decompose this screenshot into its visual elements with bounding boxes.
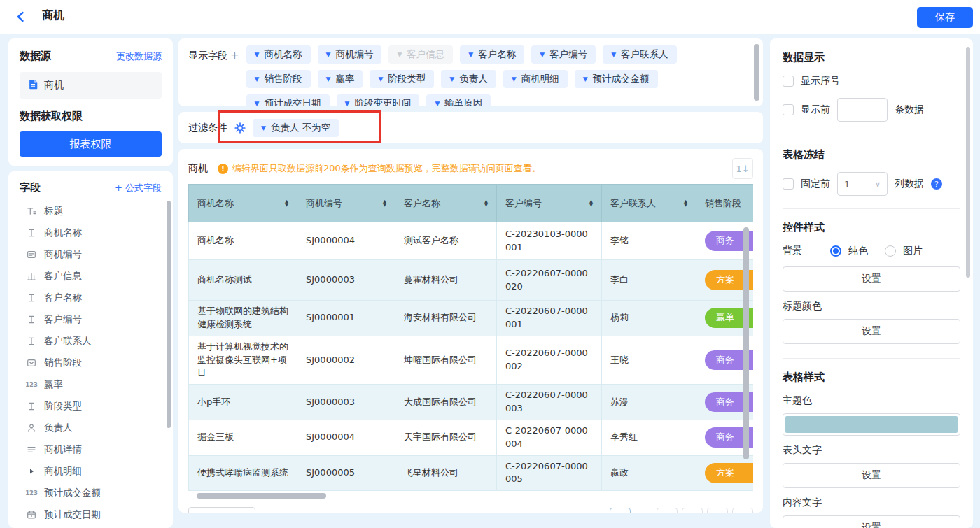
sort-order-button[interactable]: 1↓ <box>732 158 753 179</box>
display-field-chip[interactable]: ▼客户联系人 <box>603 45 676 64</box>
theme-color-picker[interactable] <box>783 413 960 436</box>
freeze-checkbox[interactable] <box>783 178 794 190</box>
header-text-set-button[interactable]: 设置 <box>783 463 960 488</box>
fix-first-label: 固定前 <box>801 178 830 190</box>
preview-panel: 商机 ! 编辑界面只取数据源前200条作为查询数据预览，完整数据请访问页面查看。… <box>178 149 763 513</box>
datasource-item[interactable]: 商机 <box>20 72 162 99</box>
field-label: 客户名称 <box>44 292 82 304</box>
permission-title: 数据获取权限 <box>20 110 162 123</box>
text-icon <box>25 315 38 324</box>
field-list-item[interactable]: 预计成交日期 <box>20 504 166 525</box>
display-field-chip[interactable]: ▼预计成交日期 <box>246 94 330 106</box>
field-list-item[interactable]: 阶段类型 <box>20 395 166 417</box>
fields-panel: 字段 + 公式字段 标题商机名称商机编号客户信息客户名称客户编号客户联系人销售阶… <box>8 171 173 528</box>
field-list-item[interactable]: 销售阶段 <box>20 352 166 373</box>
chip-label: 商机编号 <box>335 48 373 61</box>
chip-label: 商机名称 <box>265 48 302 61</box>
display-field-chip[interactable]: ▼阶段类型 <box>370 70 434 88</box>
image-radio[interactable] <box>885 245 896 257</box>
gear-icon[interactable] <box>234 122 246 134</box>
field-list-item[interactable]: 客户编号 <box>20 308 166 330</box>
field-list-item[interactable]: 商机名称 <box>20 222 166 243</box>
current-page-input[interactable]: 1 <box>610 508 631 513</box>
last-page-button[interactable]: » <box>732 508 753 513</box>
help-icon[interactable]: ? <box>931 178 942 190</box>
freeze-columns-value: 1 <box>844 179 850 190</box>
column-sort-icon[interactable]: ▲▼ <box>589 200 593 207</box>
chevron-down-icon: ▼ <box>583 76 588 83</box>
table-row: 便携式哮喘病监测系统SJ0000005飞星材料公司C-20220607-0000… <box>189 455 754 491</box>
first-page-button[interactable]: « <box>657 508 678 513</box>
display-field-chip[interactable]: ▼预计成交金额 <box>575 70 658 88</box>
table-horizontal-scrollbar[interactable] <box>197 493 326 499</box>
display-field-chip[interactable]: ▼输单原因 <box>426 94 491 106</box>
field-list-item[interactable]: 123预计成交金额 <box>20 482 166 504</box>
field-list-item[interactable]: 标题 <box>20 200 166 222</box>
column-header-label: 客户名称 <box>404 197 440 210</box>
page-title[interactable]: 商机 <box>41 7 69 27</box>
display-field-chip[interactable]: ▼商机编号 <box>318 45 382 64</box>
field-label: 商机明细 <box>44 465 82 478</box>
column-sort-icon[interactable]: ▲▼ <box>684 200 687 207</box>
display-field-chip[interactable]: ▼负责人 <box>441 70 496 88</box>
field-label: 赢率 <box>44 378 63 391</box>
field-list-item[interactable]: 商机详情 <box>20 438 166 460</box>
field-list-item[interactable]: 123赢率 <box>20 373 166 395</box>
display-field-chip[interactable]: ▼销售阶段 <box>246 70 311 88</box>
display-field-chip[interactable]: ▼客户信息 <box>388 45 453 64</box>
total-count: 共8条 <box>264 512 288 513</box>
fields-scrollbar[interactable] <box>167 201 171 428</box>
column-sort-icon[interactable]: ▲▼ <box>285 200 288 207</box>
back-icon[interactable] <box>11 7 31 27</box>
background-set-button[interactable]: 设置 <box>783 266 960 292</box>
display-fields-scrollbar[interactable] <box>754 44 760 101</box>
display-field-chip[interactable]: ▼赢率 <box>318 70 363 88</box>
field-list-item[interactable]: 商机编号 <box>20 243 166 265</box>
preview-title: 商机 <box>188 162 208 175</box>
title-color-set-button[interactable]: 设置 <box>783 319 960 344</box>
chip-label: 商机明细 <box>522 73 559 85</box>
display-field-chip[interactable]: ▼客户编号 <box>531 45 596 64</box>
table-cell: SJ0000002 <box>298 336 396 385</box>
field-list-item[interactable]: 负责人 <box>20 417 166 438</box>
row-limit-input[interactable] <box>837 98 888 122</box>
report-permission-button[interactable]: 报表权限 <box>20 131 162 157</box>
filter-condition-chip[interactable]: ▼ 负责人 不为空 <box>253 119 339 137</box>
save-button[interactable]: 保存 <box>917 7 973 28</box>
table-cell: 王晓 <box>602 336 696 385</box>
field-list-item[interactable]: 客户信息 <box>20 265 166 287</box>
display-field-chip[interactable]: ▼商机名称 <box>246 45 311 64</box>
display-field-chip[interactable]: ▼阶段变更时间 <box>337 94 420 106</box>
table-cell: 李铭 <box>602 222 696 260</box>
prev-page-button[interactable]: ‹ <box>682 508 703 513</box>
content-text-set-button[interactable]: 设置 <box>783 515 960 528</box>
freeze-columns-select[interactable]: 1 ∨ <box>837 172 888 196</box>
page-size-select[interactable]: 20 条/页 ∨ <box>188 507 255 513</box>
column-header: 客户名称▲▼ <box>396 185 497 222</box>
settings-scrollbar[interactable] <box>966 47 970 278</box>
solid-color-radio[interactable] <box>830 245 841 257</box>
display-field-chip[interactable]: ▼商机明细 <box>503 70 568 88</box>
display-field-chip[interactable]: ▼客户名称 <box>460 45 524 64</box>
field-list-item[interactable]: 客户名称 <box>20 287 166 308</box>
change-datasource-link[interactable]: 更改数据源 <box>116 50 162 63</box>
document-icon <box>28 79 38 92</box>
table-vertical-scrollbar[interactable] <box>743 227 749 459</box>
chevron-down-icon: ▼ <box>611 51 616 58</box>
next-page-button[interactable]: › <box>707 508 728 513</box>
add-formula-field-link[interactable]: + 公式字段 <box>115 182 162 194</box>
show-index-checkbox[interactable] <box>783 76 794 87</box>
field-list-item[interactable]: 商机明细 <box>20 460 166 482</box>
column-sort-icon[interactable]: ▲▼ <box>383 200 386 207</box>
show-first-checkbox[interactable] <box>783 104 794 115</box>
table-cell: 嬴政 <box>602 455 696 491</box>
table-cell: 商机名称 <box>189 222 298 260</box>
chip-label: 预计成交日期 <box>265 97 321 106</box>
column-sort-icon[interactable]: ▲▼ <box>484 200 488 207</box>
chevron-down-icon: ▼ <box>468 51 473 58</box>
add-display-field-button[interactable]: + <box>230 49 239 62</box>
table-cell: 便携式哮喘病监测系统 <box>189 455 298 491</box>
field-label: 预计成交金额 <box>44 487 101 499</box>
field-list-item[interactable]: 客户联系人 <box>20 330 166 352</box>
chevron-down-icon: ▼ <box>540 51 545 58</box>
